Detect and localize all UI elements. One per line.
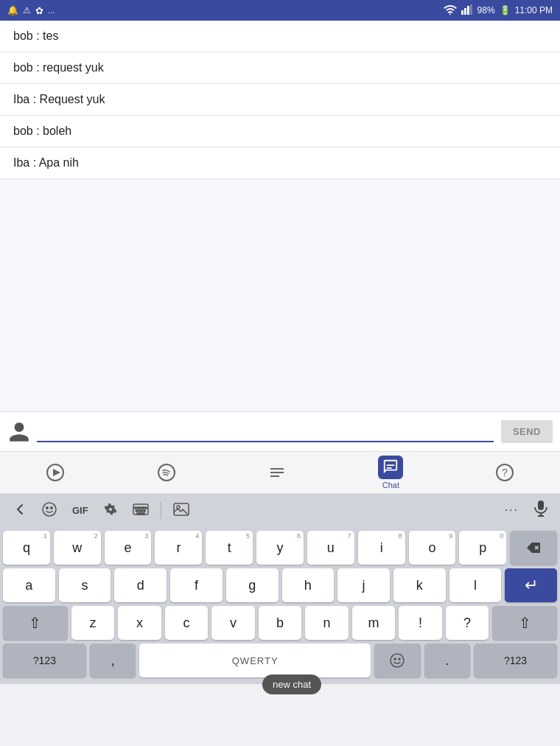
keyboard-row-1: q1 w2 e3 r4 t5 y6 u7 i8 o9 p0 xyxy=(3,531,557,565)
key-q[interactable]: q1 xyxy=(3,531,50,565)
send-button[interactable]: SEND xyxy=(501,420,553,443)
toolbar-item-chat[interactable]: Chat xyxy=(371,453,410,492)
settings-icon xyxy=(103,502,118,517)
key-o[interactable]: o9 xyxy=(409,531,456,565)
svg-rect-24 xyxy=(139,510,140,512)
tooltip-label: new chat xyxy=(273,679,311,690)
key-p[interactable]: p0 xyxy=(459,531,506,565)
message-text-3: Iba : Request yuk xyxy=(13,93,105,105)
emoji-icon xyxy=(41,501,57,517)
svg-point-34 xyxy=(394,658,396,660)
key-shift-left[interactable]: ⇧ xyxy=(3,606,68,640)
key-r[interactable]: r4 xyxy=(155,531,202,565)
emoji-button[interactable] xyxy=(35,498,63,523)
key-i[interactable]: i8 xyxy=(358,531,405,565)
chat-message-5: Iba : Apa nih xyxy=(0,147,560,179)
key-x[interactable]: x xyxy=(118,606,161,640)
svg-point-16 xyxy=(51,506,52,508)
message-text-4: bob : boleh xyxy=(13,125,71,137)
spotify-icon xyxy=(157,463,176,482)
key-f[interactable]: f xyxy=(170,568,223,602)
key-period[interactable]: . xyxy=(424,644,471,677)
svg-rect-10 xyxy=(387,464,395,466)
signal-icon xyxy=(461,4,473,17)
key-k[interactable]: k xyxy=(393,568,446,602)
key-v[interactable]: v xyxy=(211,606,255,640)
key-w[interactable]: w2 xyxy=(54,531,101,565)
message-input[interactable] xyxy=(37,422,494,442)
keyboard-back-button[interactable] xyxy=(6,499,32,522)
input-area: SEND xyxy=(0,411,560,451)
status-bar-right: 98% 🔋 11:00 PM xyxy=(444,4,553,17)
key-exclamation[interactable]: ! xyxy=(399,606,442,640)
keyboard: q1 w2 e3 r4 t5 y6 u7 i8 o9 p0 a s d f g … xyxy=(0,526,560,684)
svg-point-14 xyxy=(43,503,56,516)
key-question[interactable]: ? xyxy=(446,606,489,640)
key-shift-right[interactable]: ⇧ xyxy=(492,606,557,640)
keyboard-row-3: ⇧ z x c v b n m ! ? ⇧ xyxy=(3,606,557,640)
svg-rect-27 xyxy=(137,513,144,515)
key-b[interactable]: b xyxy=(259,606,302,640)
toolbar-item-spotify[interactable] xyxy=(150,460,183,485)
message-text-5: Iba : Apa nih xyxy=(13,156,79,169)
key-u[interactable]: u7 xyxy=(307,531,354,565)
key-j[interactable]: j xyxy=(337,568,390,602)
user-avatar-icon xyxy=(7,420,31,444)
key-n[interactable]: n xyxy=(305,606,349,640)
key-a[interactable]: a xyxy=(3,568,55,602)
key-y[interactable]: y6 xyxy=(256,531,304,565)
more-options-button[interactable]: ··· xyxy=(499,501,525,520)
key-emoji-bottom[interactable] xyxy=(374,644,421,677)
status-dots: ... xyxy=(48,6,55,15)
backspace-icon xyxy=(525,541,542,554)
key-m[interactable]: m xyxy=(352,606,396,640)
key-s[interactable]: s xyxy=(59,568,111,602)
keyboard-divider xyxy=(161,501,161,519)
microphone-icon xyxy=(533,500,548,517)
toolbar-item-help[interactable]: ? xyxy=(488,460,522,485)
notification-icon: 🔔 xyxy=(7,5,18,15)
status-bar-left: 🔔 ⚠ ✿ ... xyxy=(7,5,55,16)
image-icon xyxy=(173,502,189,517)
toolbar-item-play[interactable] xyxy=(38,460,72,485)
key-z[interactable]: z xyxy=(71,606,115,640)
key-backspace[interactable] xyxy=(510,531,557,565)
play-circle-icon xyxy=(46,463,65,482)
list-icon xyxy=(267,463,287,482)
app-icon: ✿ xyxy=(35,5,43,16)
gif-button[interactable]: GIF xyxy=(66,502,94,519)
svg-rect-0 xyxy=(461,10,463,15)
key-e[interactable]: e3 xyxy=(105,531,152,565)
key-symbols-left[interactable]: ?123 xyxy=(3,644,86,677)
svg-rect-30 xyxy=(538,501,544,510)
warning-icon: ⚠ xyxy=(23,5,31,15)
battery-icon: 🔋 xyxy=(500,5,511,15)
battery-percentage: 98% xyxy=(477,5,495,15)
settings-button[interactable] xyxy=(97,499,124,522)
svg-marker-5 xyxy=(53,469,60,476)
chat-label: Chat xyxy=(382,481,399,489)
svg-rect-19 xyxy=(137,507,139,509)
key-symbols-right[interactable]: ?123 xyxy=(474,644,557,677)
key-g[interactable]: g xyxy=(226,568,279,602)
svg-text:?: ? xyxy=(502,467,508,478)
svg-point-15 xyxy=(46,506,48,508)
key-space[interactable]: QWERTY xyxy=(139,644,370,677)
key-d[interactable]: d xyxy=(114,568,167,602)
svg-rect-3 xyxy=(470,4,472,15)
image-button[interactable] xyxy=(167,499,195,522)
key-t[interactable]: t5 xyxy=(206,531,253,565)
message-text-1: bob : tes xyxy=(13,29,58,42)
chat-message-1: bob : tes xyxy=(0,21,560,52)
chat-area: bob : tes bob : request yuk Iba : Reques… xyxy=(0,21,560,411)
key-h[interactable]: h xyxy=(282,568,335,602)
key-c[interactable]: c xyxy=(165,606,209,640)
key-enter[interactable]: ↵ xyxy=(505,568,557,602)
key-l[interactable]: l xyxy=(449,568,502,602)
keyboard-layout-button[interactable] xyxy=(127,499,155,522)
chat-icon-bg xyxy=(378,456,403,479)
svg-rect-25 xyxy=(141,510,142,512)
microphone-button[interactable] xyxy=(528,497,554,524)
toolbar-item-list[interactable] xyxy=(260,460,294,485)
key-comma[interactable]: , xyxy=(90,644,136,677)
